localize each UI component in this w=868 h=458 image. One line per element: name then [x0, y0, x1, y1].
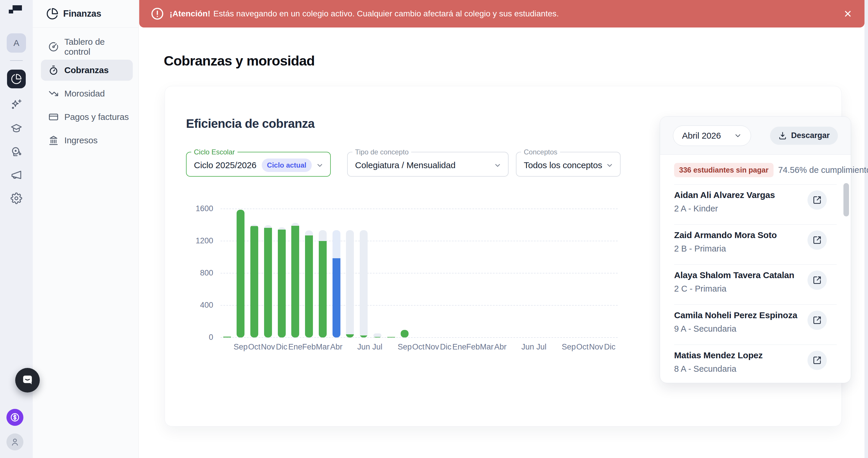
sidebar-item-tablero-de-control[interactable]: Tablero de control — [41, 36, 133, 57]
download-icon — [778, 131, 787, 140]
filter-tipo-de-concepto[interactable]: Tipo de conceptoColegiatura / Mensualida… — [347, 148, 508, 177]
close-banner-button[interactable] — [841, 7, 854, 20]
open-student-button[interactable] — [807, 351, 827, 370]
megaphone-icon — [10, 169, 22, 181]
sidebar-nav: Tablero de controlCobranzasMorosidadPago… — [33, 28, 138, 151]
open-student-button[interactable] — [807, 231, 827, 250]
month-select-value: Abril 2026 — [682, 131, 721, 141]
chevron-down-icon — [494, 161, 501, 169]
open-student-button[interactable] — [807, 311, 827, 330]
app-screen: A Finanzas Tablero de controlCobranzasMo… — [0, 0, 868, 458]
sidebar-item-cobranzas[interactable]: Cobranzas — [41, 60, 133, 81]
y-axis-tick-label: 400 — [174, 301, 213, 310]
credit-card-icon — [49, 112, 59, 122]
sidebar-header: Finanzas — [33, 0, 138, 28]
trending-down-icon — [49, 89, 59, 98]
rail-facturacion-button[interactable] — [6, 409, 23, 426]
school-bell-icon — [10, 146, 22, 158]
chart-bar-may-9 — [346, 230, 354, 337]
chart-bar-fill — [237, 210, 245, 337]
rail-chat-button[interactable] — [15, 368, 40, 393]
compliance-text: 74.56% de cumplimiento — [778, 165, 868, 175]
page-title: Cobranzas y morosidad — [164, 53, 315, 69]
rail-perfil-button[interactable] — [6, 433, 23, 450]
gear-icon — [10, 192, 22, 204]
brand-logo-icon[interactable] — [9, 5, 22, 13]
rail-item-academico[interactable] — [7, 119, 26, 138]
filter-value: Ciclo 2025/2026 — [194, 160, 256, 170]
chart-bar-ago-12 — [387, 337, 395, 337]
finanzas-sidebar: Finanzas Tablero de controlCobranzasMoro… — [33, 0, 138, 458]
y-axis-tick-label: 800 — [174, 269, 213, 278]
filter-label: Tipo de concepto — [352, 148, 411, 156]
external-link-icon — [813, 356, 822, 365]
chart-bar-jul-11 — [373, 333, 381, 337]
chart-bar-ago-0 — [223, 337, 231, 337]
filter-value-row: Colegiatura / Mensualidad — [348, 156, 508, 176]
student-list-item[interactable]: Matias Mendez Lopez8 A - Secundaria — [674, 345, 837, 385]
sidebar-item-label: Pagos y facturas — [64, 112, 129, 122]
chart-bar-fill — [264, 228, 272, 337]
y-axis-tick-label: 1200 — [174, 236, 213, 245]
chart-bar-nov-3 — [264, 225, 272, 337]
sidebar-item-label: Cobranzas — [64, 65, 109, 75]
filter-ciclo-escolar[interactable]: Ciclo EscolarCiclo 2025/2026Ciclo actual — [186, 148, 331, 177]
x-axis-tick-label: Abr — [324, 342, 349, 352]
student-list-item[interactable]: Alaya Shalom Tavera Catalan2 C - Primari… — [674, 265, 837, 305]
bank-icon — [49, 135, 59, 145]
filter-value: Colegiatura / Mensualidad — [355, 160, 456, 170]
banner-text: ¡Atención!Estás navegando en un colegio … — [169, 9, 559, 19]
filter-value-row: Todos los conceptos — [517, 156, 620, 176]
chart-bar-fill — [333, 258, 340, 337]
rail-item-escuela[interactable] — [7, 143, 26, 161]
rail-divider — [10, 60, 23, 61]
sidebar-item-ingresos[interactable]: Ingresos — [41, 130, 133, 151]
collection-efficiency-chart: 040080012001600SepOctNovDicEneFebMarAbrJ… — [220, 205, 623, 357]
current-cycle-badge: Ciclo actual — [262, 158, 312, 172]
close-icon — [843, 9, 852, 19]
x-axis-tick-label: Abr — [488, 342, 513, 352]
panel-body: 336 estudiantes sin pagar 74.56% de cump… — [660, 163, 851, 385]
x-axis-tick-label: Jul — [365, 342, 390, 352]
chart-bar-fill — [278, 230, 286, 337]
sidebar-item-label: Ingresos — [64, 135, 97, 145]
unpaid-count-badge: 336 estudiantes sin pagar — [674, 163, 774, 177]
open-student-button[interactable] — [807, 190, 827, 210]
sidebar-item-pagos-y-facturas[interactable]: Pagos y facturas — [41, 106, 133, 127]
download-button[interactable]: Descargar — [770, 127, 838, 145]
panel-scrollbar-thumb[interactable] — [843, 183, 849, 216]
month-select[interactable]: Abril 2026 — [673, 125, 751, 146]
rail-item-configuracion[interactable] — [7, 189, 26, 208]
student-list-item[interactable]: Zaid Armando Mora Soto2 B - Primaria — [674, 224, 837, 265]
sidebar-item-label: Morosidad — [64, 89, 105, 98]
chevron-down-icon — [316, 161, 324, 169]
warning-banner: ¡Atención!Estás navegando en un colegio … — [139, 0, 865, 28]
external-link-icon — [813, 196, 822, 205]
rail-item-finanzas[interactable] — [7, 70, 26, 88]
sidebar-item-morosidad[interactable]: Morosidad — [41, 83, 133, 104]
student-list-item[interactable]: Aidan Ali Alvarez Vargas2 A - Kinder — [674, 185, 837, 224]
chart-bar-sep-1 — [237, 210, 245, 337]
chart-bar-fill — [305, 236, 313, 337]
pie-chart-icon — [11, 73, 22, 85]
sparkles-icon — [10, 99, 22, 111]
filter-value: Todos los conceptos — [524, 160, 602, 170]
chart-bar-oct-2 — [250, 224, 258, 337]
alert-circle-icon — [151, 7, 164, 20]
card-title: Eficiencia de cobranza — [186, 117, 315, 131]
external-link-icon — [813, 236, 822, 244]
filter-conceptos[interactable]: ConceptosTodos los conceptos — [516, 148, 621, 177]
sidebar-item-label: Tablero de control — [64, 37, 133, 57]
chart-bar-fill — [319, 241, 327, 337]
chart-bar-jun-10 — [360, 230, 368, 337]
chart-bar-dic-4 — [278, 227, 286, 337]
chart-bar-mar-7 — [319, 230, 327, 337]
open-student-button[interactable] — [807, 271, 827, 290]
school-avatar[interactable]: A — [7, 33, 26, 53]
chart-bar-fill — [250, 226, 258, 337]
rail-item-anuncios[interactable] — [7, 165, 26, 184]
rail-item-asistente[interactable] — [7, 95, 26, 114]
student-list-item[interactable]: Camila Noheli Perez Espinoza9 A - Secund… — [674, 305, 837, 345]
main-content: ¡Atención!Estás navegando en un colegio … — [138, 0, 865, 458]
stopwatch-icon — [49, 65, 59, 75]
